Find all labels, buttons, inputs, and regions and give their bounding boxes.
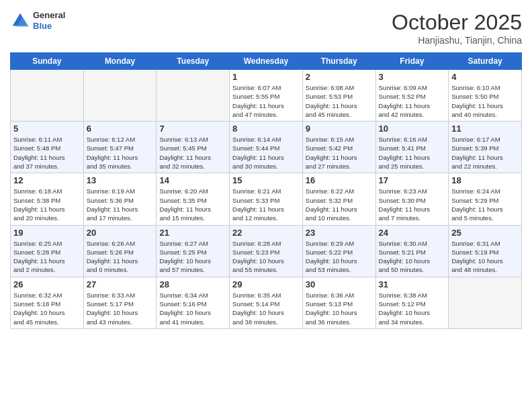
day-info: Sunrise: 6:27 AM Sunset: 5:25 PM Dayligh… [159,239,226,275]
weekday-header-friday: Friday [375,53,449,70]
calendar-cell: 29Sunrise: 6:35 AM Sunset: 5:14 PM Dayli… [230,277,303,328]
day-info: Sunrise: 6:20 AM Sunset: 5:35 PM Dayligh… [159,187,226,222]
day-number: 2 [306,72,373,82]
calendar-week-row: 12Sunrise: 6:18 AM Sunset: 5:38 PM Dayli… [11,173,522,225]
calendar-cell [157,70,230,122]
day-info: Sunrise: 6:38 AM Sunset: 5:12 PM Dayligh… [379,291,446,326]
calendar-cell: 25Sunrise: 6:31 AM Sunset: 5:19 PM Dayli… [449,225,522,277]
day-number: 10 [379,124,446,134]
day-info: Sunrise: 6:07 AM Sunset: 5:55 PM Dayligh… [232,83,300,119]
weekday-header-tuesday: Tuesday [157,53,230,70]
calendar-cell: 5Sunrise: 6:11 AM Sunset: 5:48 PM Daylig… [11,122,84,173]
day-info: Sunrise: 6:24 AM Sunset: 5:29 PM Dayligh… [451,187,519,222]
day-number: 20 [87,228,154,238]
logo-general: General [33,10,65,21]
day-info: Sunrise: 6:36 AM Sunset: 5:13 PM Dayligh… [306,291,373,326]
day-info: Sunrise: 6:18 AM Sunset: 5:38 PM Dayligh… [13,187,81,222]
weekday-header-saturday: Saturday [449,53,522,70]
day-number: 31 [379,279,446,289]
calendar-cell: 14Sunrise: 6:20 AM Sunset: 5:35 PM Dayli… [157,173,230,225]
calendar-cell: 9Sunrise: 6:15 AM Sunset: 5:42 PM Daylig… [302,122,375,173]
calendar-cell: 16Sunrise: 6:22 AM Sunset: 5:32 PM Dayli… [302,173,375,225]
calendar-cell: 20Sunrise: 6:26 AM Sunset: 5:26 PM Dayli… [83,225,157,277]
logo-icon [10,11,30,31]
day-info: Sunrise: 6:23 AM Sunset: 5:30 PM Dayligh… [379,187,446,222]
calendar-week-row: 19Sunrise: 6:25 AM Sunset: 5:28 PM Dayli… [11,225,522,277]
calendar-cell: 11Sunrise: 6:17 AM Sunset: 5:39 PM Dayli… [449,122,522,173]
day-number: 11 [451,124,519,134]
day-info: Sunrise: 6:31 AM Sunset: 5:19 PM Dayligh… [451,239,519,275]
day-number: 18 [451,175,519,185]
day-info: Sunrise: 6:35 AM Sunset: 5:14 PM Dayligh… [232,291,300,326]
calendar-cell: 17Sunrise: 6:23 AM Sunset: 5:30 PM Dayli… [375,173,449,225]
calendar-cell: 23Sunrise: 6:29 AM Sunset: 5:22 PM Dayli… [302,225,375,277]
day-number: 8 [232,124,300,134]
day-info: Sunrise: 6:26 AM Sunset: 5:26 PM Dayligh… [87,239,154,275]
day-info: Sunrise: 6:22 AM Sunset: 5:32 PM Dayligh… [306,187,373,222]
weekday-header-wednesday: Wednesday [230,53,303,70]
day-info: Sunrise: 6:28 AM Sunset: 5:23 PM Dayligh… [232,239,300,275]
calendar-cell: 13Sunrise: 6:19 AM Sunset: 5:36 PM Dayli… [83,173,157,225]
day-number: 21 [159,228,226,238]
calendar-cell [11,70,84,122]
calendar-cell: 30Sunrise: 6:36 AM Sunset: 5:13 PM Dayli… [302,277,375,328]
calendar-cell: 24Sunrise: 6:30 AM Sunset: 5:21 PM Dayli… [375,225,449,277]
calendar-week-row: 26Sunrise: 6:32 AM Sunset: 5:18 PM Dayli… [11,277,522,328]
day-info: Sunrise: 6:10 AM Sunset: 5:50 PM Dayligh… [451,83,519,119]
day-number: 14 [159,175,226,185]
day-number: 17 [379,175,446,185]
calendar-cell: 2Sunrise: 6:08 AM Sunset: 5:53 PM Daylig… [302,70,375,122]
page-header: General Blue October 2025 Hanjiashu, Tia… [10,10,522,46]
weekday-header-row: SundayMondayTuesdayWednesdayThursdayFrid… [11,53,522,70]
title-block: October 2025 Hanjiashu, Tianjin, China [392,10,522,46]
day-info: Sunrise: 6:14 AM Sunset: 5:44 PM Dayligh… [232,135,300,171]
day-info: Sunrise: 6:25 AM Sunset: 5:28 PM Dayligh… [13,239,81,275]
calendar-cell: 31Sunrise: 6:38 AM Sunset: 5:12 PM Dayli… [375,277,449,328]
day-info: Sunrise: 6:29 AM Sunset: 5:22 PM Dayligh… [306,239,373,275]
day-number: 23 [306,228,373,238]
calendar-cell: 1Sunrise: 6:07 AM Sunset: 5:55 PM Daylig… [230,70,303,122]
day-number: 24 [379,228,446,238]
day-info: Sunrise: 6:34 AM Sunset: 5:16 PM Dayligh… [159,291,226,326]
weekday-header-monday: Monday [83,53,157,70]
calendar-cell: 8Sunrise: 6:14 AM Sunset: 5:44 PM Daylig… [230,122,303,173]
calendar-cell: 21Sunrise: 6:27 AM Sunset: 5:25 PM Dayli… [157,225,230,277]
calendar-cell: 7Sunrise: 6:13 AM Sunset: 5:45 PM Daylig… [157,122,230,173]
calendar-cell: 22Sunrise: 6:28 AM Sunset: 5:23 PM Dayli… [230,225,303,277]
location: Hanjiashu, Tianjin, China [392,35,522,46]
day-number: 3 [379,72,446,82]
weekday-header-sunday: Sunday [11,53,84,70]
weekday-header-thursday: Thursday [302,53,375,70]
day-number: 27 [87,279,154,289]
day-info: Sunrise: 6:15 AM Sunset: 5:42 PM Dayligh… [306,135,373,171]
day-info: Sunrise: 6:33 AM Sunset: 5:17 PM Dayligh… [87,291,154,326]
day-info: Sunrise: 6:16 AM Sunset: 5:41 PM Dayligh… [379,135,446,171]
calendar-cell: 28Sunrise: 6:34 AM Sunset: 5:16 PM Dayli… [157,277,230,328]
day-number: 22 [232,228,300,238]
calendar-week-row: 1Sunrise: 6:07 AM Sunset: 5:55 PM Daylig… [11,70,522,122]
calendar-cell [449,277,522,328]
calendar-cell: 4Sunrise: 6:10 AM Sunset: 5:50 PM Daylig… [449,70,522,122]
calendar-cell: 12Sunrise: 6:18 AM Sunset: 5:38 PM Dayli… [11,173,84,225]
logo: General Blue [10,10,65,31]
day-number: 7 [159,124,226,134]
calendar-cell: 18Sunrise: 6:24 AM Sunset: 5:29 PM Dayli… [449,173,522,225]
day-info: Sunrise: 6:19 AM Sunset: 5:36 PM Dayligh… [87,187,154,222]
day-number: 6 [87,124,154,134]
day-number: 1 [232,72,300,82]
calendar-cell: 6Sunrise: 6:12 AM Sunset: 5:47 PM Daylig… [83,122,157,173]
day-info: Sunrise: 6:21 AM Sunset: 5:33 PM Dayligh… [232,187,300,222]
day-number: 19 [13,228,81,238]
day-info: Sunrise: 6:13 AM Sunset: 5:45 PM Dayligh… [159,135,226,171]
day-number: 4 [451,72,519,82]
calendar-cell: 15Sunrise: 6:21 AM Sunset: 5:33 PM Dayli… [230,173,303,225]
day-number: 15 [232,175,300,185]
day-info: Sunrise: 6:08 AM Sunset: 5:53 PM Dayligh… [306,83,373,119]
day-number: 30 [306,279,373,289]
logo-text: General Blue [33,10,65,31]
day-info: Sunrise: 6:32 AM Sunset: 5:18 PM Dayligh… [13,291,81,326]
day-number: 25 [451,228,519,238]
month-title: October 2025 [392,10,522,35]
day-number: 28 [159,279,226,289]
day-number: 13 [87,175,154,185]
